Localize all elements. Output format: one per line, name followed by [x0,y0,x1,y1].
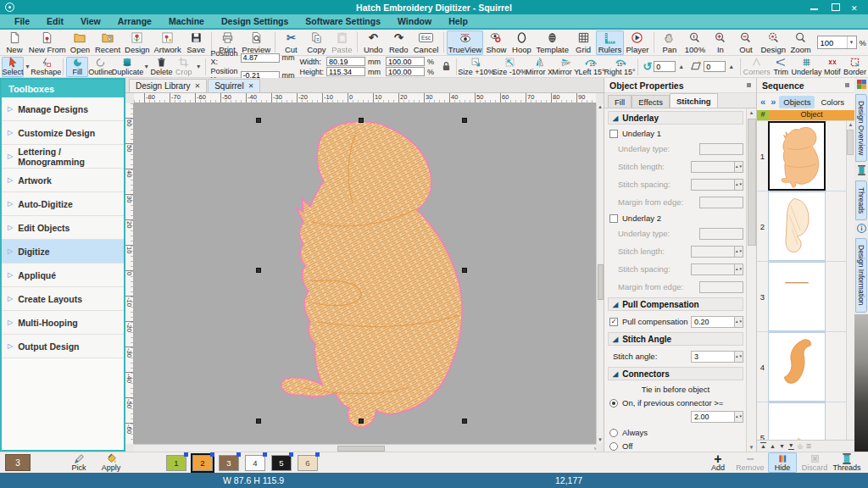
player-button[interactable]: Player [624,30,651,55]
crop-button[interactable]: Crop [173,57,195,77]
selection-handle[interactable] [256,268,261,273]
artwork-button[interactable]: Artwork [152,30,183,55]
menu-window[interactable]: Window [390,14,439,28]
hoop-button[interactable]: Hoop [509,30,534,55]
scale-x-input[interactable] [386,57,425,66]
sequence-row-4[interactable]: 4 [757,332,854,402]
move-down-icon[interactable]: ▼ [779,443,785,450]
margin-from-edge-input[interactable] [699,197,743,208]
stitch-spacing-input[interactable] [691,263,735,275]
close-button[interactable] [851,3,860,11]
properties-scrollbar[interactable]: ▲ ▼ [746,108,756,452]
proportional-lock-icon[interactable] [441,60,452,74]
remove-button[interactable]: − Remove [736,452,765,473]
toolbox-item[interactable]: ▷ Multi-Hooping [2,311,124,335]
rotate-angle-input[interactable] [654,61,676,72]
pick-button[interactable]: Pick [64,452,93,473]
fill-button[interactable]: Fill [66,57,88,77]
template-button[interactable]: Template [534,30,570,55]
tab-colors[interactable]: Colors [816,96,848,108]
sequence-row-2[interactable]: 2 [757,191,854,262]
panel-pin-icon[interactable] [747,83,751,87]
copy-button[interactable]: Copy [303,30,329,55]
maximize-button[interactable] [831,3,839,11]
duplicate-button[interactable]: Duplicate [113,57,143,77]
border-button[interactable]: Border [843,57,866,77]
toolbox-item[interactable]: ▷ Auto-Digitize [2,192,124,216]
spinner-icon[interactable]: ▲▼ [735,161,743,173]
toolbox-item[interactable]: ▷ Edit Objects [2,216,124,240]
menu-view[interactable]: View [73,14,108,28]
rotate-spinner-icon[interactable]: ▲ [677,64,685,69]
tab-design-information[interactable]: Design Information [855,238,867,312]
pan-button[interactable]: Pan [657,30,682,55]
select-button[interactable]: Select [2,57,24,77]
toolbox-item[interactable]: ▷ Create Layouts [2,287,124,311]
scroll-down-icon[interactable]: ▼ [749,443,754,452]
connector-threshold-input[interactable]: 2.00 [691,411,735,423]
selection-handle[interactable] [462,419,467,424]
hide-button[interactable]: Hide [768,452,797,473]
toolbox-item[interactable]: ▷ Artwork [2,169,124,192]
menu-arrange[interactable]: Arrange [110,14,159,28]
menu-machine[interactable]: Machine [161,14,212,28]
properties-scroll-thumb[interactable] [748,119,756,246]
connector-on-radio[interactable] [609,399,618,408]
color-chip-3[interactable]: 3 [219,455,239,471]
trim-button[interactable]: Trim [770,57,792,77]
motif-button[interactable]: Motif [821,57,843,77]
stitch-angle-input[interactable]: 3 [691,351,735,363]
menu-file[interactable]: File [7,14,37,28]
selection-handle[interactable] [462,268,467,273]
sequence-scrollbar[interactable]: ▲ [846,121,854,440]
new-from-button[interactable]: New From [27,30,67,55]
grid-button[interactable]: Grid [570,30,596,55]
zoom-design-button[interactable]: Design [759,30,788,55]
rulers-button[interactable]: Rulers [596,30,624,55]
scroll-down-icon[interactable]: ▼ [598,436,603,444]
panel-pin-icon[interactable] [845,83,849,87]
design-button[interactable]: Design [123,30,153,55]
reshape-button[interactable]: Reshape [31,57,60,77]
zoom-combo-caret-icon[interactable]: ▼ [847,36,856,48]
move-to-bottom-icon[interactable]: ▼ [788,442,794,450]
scroll-up-icon[interactable]: ▲ [749,108,754,117]
connector-always-radio[interactable] [609,429,618,437]
scroll-up-icon[interactable]: ▲ [847,121,854,129]
current-color-chip[interactable]: 3 [5,454,31,471]
underlay-type-select[interactable] [699,228,743,240]
height-input[interactable] [326,67,365,76]
recent-button[interactable]: Recent [92,30,122,55]
duplicate-dropdown-caret-icon[interactable]: ▼ [142,64,150,69]
connectors-section-header[interactable]: ◢ Connectors [608,367,743,380]
new-button[interactable]: New [2,30,27,55]
rotate-right-15-button[interactable]: 15° Right 15° [604,57,634,77]
expand-all-button[interactable]: » [769,97,777,107]
rotate-left-15-button[interactable]: 15° Left 15° [579,57,605,77]
toolbox-item[interactable]: ▷ Output Design [2,335,124,358]
show-selected-icon[interactable]: ☰ [806,443,811,450]
menu-design-settings[interactable]: Design Settings [214,14,296,28]
menu-help[interactable]: Help [441,14,476,28]
color-chip-5[interactable]: 5 [271,455,292,471]
spinner-icon[interactable]: ▲▼ [735,316,743,328]
redo-button[interactable]: ↷ Redo [386,30,411,55]
position-x-input[interactable] [241,53,280,63]
object-thumbnail[interactable] [768,332,826,402]
underlay-type-select[interactable] [699,143,743,155]
spinner-icon[interactable]: ▲▼ [735,246,743,258]
vertical-scroll-thumb[interactable] [598,264,604,300]
delete-button[interactable]: Delete [150,57,173,77]
width-input[interactable] [326,57,365,66]
move-to-top-icon[interactable]: ▲ [760,442,766,450]
pull-compensation-checkbox[interactable] [609,318,618,326]
paste-button[interactable]: Paste [329,30,354,55]
zoom-out-button[interactable]: Out [733,30,759,55]
sequence-scroll-thumb[interactable] [847,130,854,155]
outline-button[interactable]: Outline [88,57,113,77]
scroll-right-icon[interactable]: › [594,445,596,452]
color-chip-6[interactable]: 6 [298,455,318,471]
sequence-row-5[interactable]: 5 [757,402,854,440]
skew-spinner-icon[interactable]: ▲ [727,64,735,69]
tab-objects[interactable]: Objects [779,96,815,108]
